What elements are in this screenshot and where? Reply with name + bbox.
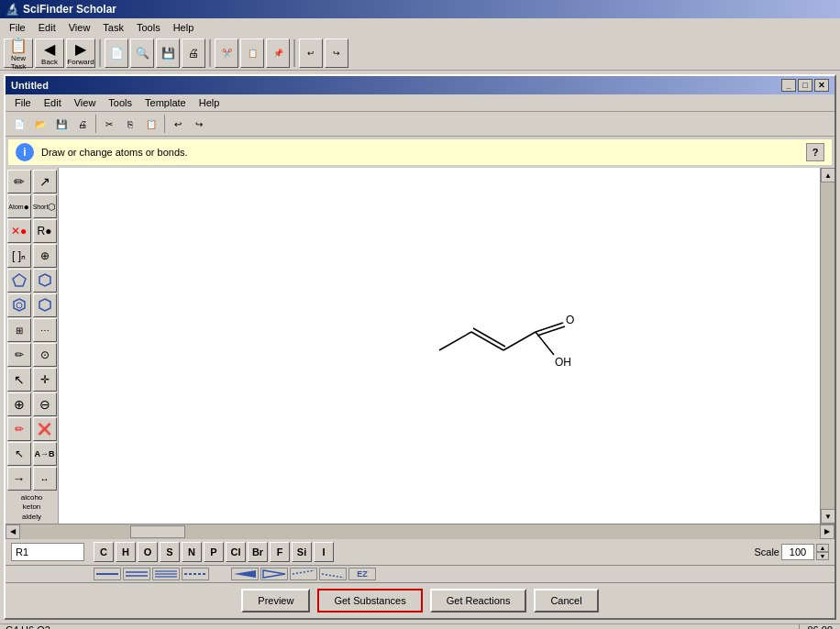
toolbar-icon-9[interactable]: ↪ bbox=[325, 39, 348, 68]
element-F-button[interactable]: F bbox=[270, 542, 290, 562]
doc-print-btn[interactable]: 🖨 bbox=[72, 114, 93, 134]
dashed-bond-button[interactable] bbox=[182, 568, 209, 580]
drawing-canvas[interactable]: O OH bbox=[59, 168, 820, 524]
minus-charge-tool[interactable]: ⊖ bbox=[33, 392, 57, 416]
triple-bond-button[interactable] bbox=[152, 568, 180, 580]
hexagon-tool[interactable] bbox=[33, 269, 57, 292]
scroll-up-button[interactable]: ▲ bbox=[821, 168, 834, 182]
template-tool[interactable]: ⊞ bbox=[7, 318, 31, 342]
forward-button[interactable]: ▶ Forward bbox=[66, 39, 95, 68]
doc-cut-btn[interactable]: ✂ bbox=[99, 114, 119, 134]
element-I-button[interactable]: I bbox=[314, 542, 334, 562]
toolbar-icon-2[interactable]: 🔍 bbox=[130, 39, 154, 68]
r-tool[interactable]: R● bbox=[33, 219, 57, 243]
h-scrollbar[interactable]: ◀ ▶ bbox=[6, 524, 834, 539]
pentagon-tool[interactable] bbox=[7, 269, 31, 292]
menu-edit[interactable]: Edit bbox=[33, 20, 61, 35]
doc-undo-btn[interactable]: ↩ bbox=[168, 114, 188, 134]
info-help-button[interactable]: ? bbox=[806, 143, 824, 161]
color-tool[interactable]: ✏ bbox=[7, 417, 31, 441]
pencil-tool[interactable]: ✏ bbox=[7, 170, 31, 193]
element-N-button[interactable]: N bbox=[182, 542, 202, 562]
get-reactions-button[interactable]: Get Reactions bbox=[430, 589, 527, 612]
scroll-track-bottom[interactable] bbox=[20, 524, 820, 539]
spray-tool[interactable]: ❌ bbox=[33, 417, 57, 441]
doc-menu-help[interactable]: Help bbox=[193, 96, 226, 109]
plus-charge-tool[interactable]: ⊕ bbox=[7, 392, 31, 416]
scroll-thumb[interactable] bbox=[130, 525, 185, 538]
doc-new-btn[interactable]: 📄 bbox=[9, 114, 29, 134]
cancel-button[interactable]: Cancel bbox=[534, 589, 598, 612]
doc-minimize-button[interactable]: _ bbox=[781, 79, 796, 92]
short-tool[interactable]: Short ⬡ bbox=[33, 194, 57, 218]
toolbar-icon-8[interactable]: ↩ bbox=[299, 39, 323, 68]
move-tool[interactable]: ✛ bbox=[33, 368, 57, 392]
toolbar-icon-5[interactable]: ✂️ bbox=[215, 39, 238, 68]
select-tool[interactable]: ↖ bbox=[7, 368, 31, 392]
preview-button[interactable]: Preview bbox=[241, 589, 310, 612]
arrow-draw-tool[interactable]: → bbox=[7, 467, 31, 491]
element-Br-button[interactable]: Br bbox=[248, 542, 268, 562]
doc-menu-edit[interactable]: Edit bbox=[39, 96, 67, 109]
atom-tool[interactable]: Atom ● bbox=[7, 194, 31, 218]
element-Cl-button[interactable]: Cl bbox=[226, 542, 246, 562]
doc-menu-file[interactable]: File bbox=[9, 96, 37, 109]
menu-file[interactable]: File bbox=[4, 20, 31, 35]
doc-redo-btn[interactable]: ↪ bbox=[189, 114, 209, 134]
toolbar-icon-7[interactable]: 📌 bbox=[266, 39, 290, 68]
scale-input[interactable] bbox=[781, 544, 814, 560]
element-H-button[interactable]: H bbox=[116, 542, 136, 562]
doc-close-button[interactable]: ✕ bbox=[814, 79, 829, 92]
double-bond-button[interactable] bbox=[123, 568, 150, 580]
toolbar-icon-4[interactable]: 🖨 bbox=[182, 39, 205, 68]
new-task-button[interactable]: 📋 New Task bbox=[4, 39, 33, 68]
measure-tool[interactable]: ↔ bbox=[33, 467, 57, 491]
lasso-tool[interactable]: ⊙ bbox=[33, 343, 57, 367]
get-substances-button[interactable]: Get Substances bbox=[317, 589, 422, 612]
ez-bond-button[interactable]: EZ bbox=[348, 568, 376, 580]
bracket-tool[interactable]: [ ]ₙ bbox=[7, 244, 31, 268]
element-Si-button[interactable]: Si bbox=[292, 542, 312, 562]
doc-menu-tools[interactable]: Tools bbox=[103, 96, 138, 109]
atom-input[interactable] bbox=[11, 543, 84, 561]
single-bond-button[interactable] bbox=[94, 568, 121, 580]
toolbar-icon-1[interactable]: 📄 bbox=[105, 39, 128, 68]
doc-open-btn[interactable]: 📂 bbox=[30, 114, 50, 134]
toolbar-icon-3[interactable]: 💾 bbox=[156, 39, 180, 68]
menu-tools[interactable]: Tools bbox=[131, 20, 166, 35]
element-P-button[interactable]: P bbox=[204, 542, 224, 562]
arrow-tool[interactable]: ↗ bbox=[33, 170, 57, 193]
scroll-left-button[interactable]: ◀ bbox=[6, 524, 20, 539]
scroll-right-button[interactable]: ▶ bbox=[820, 524, 834, 539]
scale-down-button[interactable]: ▼ bbox=[816, 552, 829, 560]
pointer-tool[interactable]: ↖ bbox=[7, 442, 31, 466]
scroll-down-button[interactable]: ▼ bbox=[821, 509, 834, 524]
x-tool[interactable]: ✕● bbox=[7, 219, 31, 243]
charge-tool[interactable]: ⊕ bbox=[33, 244, 57, 268]
label-tool[interactable]: A→B bbox=[33, 442, 57, 466]
doc-menu-view[interactable]: View bbox=[69, 96, 102, 109]
wedge-down-button[interactable] bbox=[260, 568, 288, 580]
element-O-button[interactable]: O bbox=[138, 542, 158, 562]
wedge-up-button[interactable] bbox=[231, 568, 259, 580]
scale-up-button[interactable]: ▲ bbox=[816, 544, 829, 552]
menu-view[interactable]: View bbox=[63, 20, 96, 35]
ring-tool[interactable] bbox=[33, 293, 57, 317]
menu-task[interactable]: Task bbox=[97, 20, 129, 35]
doc-copy-btn[interactable]: ⎘ bbox=[120, 114, 140, 134]
doc-menu-template[interactable]: Template bbox=[139, 96, 192, 109]
scroll-track-right[interactable] bbox=[821, 182, 834, 509]
element-C-button[interactable]: C bbox=[94, 542, 114, 562]
wedge-dash-button[interactable] bbox=[290, 568, 317, 580]
back-button[interactable]: ◀ Back bbox=[35, 39, 64, 68]
toolbar-icon-6[interactable]: 📋 bbox=[240, 39, 264, 68]
wedge-dash2-button[interactable] bbox=[319, 568, 347, 580]
menu-help[interactable]: Help bbox=[168, 20, 200, 35]
dashed-tool[interactable]: ⋯ bbox=[33, 318, 57, 342]
eraser-tool[interactable]: ✏ bbox=[7, 343, 31, 367]
doc-save-btn[interactable]: 💾 bbox=[51, 114, 72, 134]
doc-maximize-button[interactable]: □ bbox=[798, 79, 812, 92]
benzene-tool[interactable] bbox=[7, 293, 31, 317]
doc-paste-btn[interactable]: 📋 bbox=[141, 114, 161, 134]
element-S-button[interactable]: S bbox=[160, 542, 180, 562]
